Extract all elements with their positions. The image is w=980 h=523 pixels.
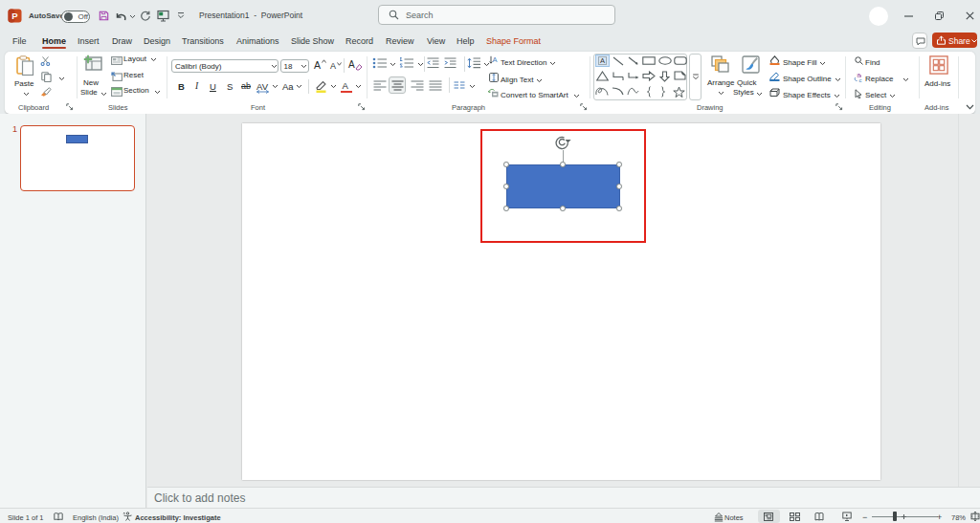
- svg-text:c: c: [859, 77, 862, 83]
- svg-text:A: A: [492, 55, 497, 64]
- svg-text:A: A: [599, 56, 604, 65]
- svg-text:P: P: [11, 11, 18, 21]
